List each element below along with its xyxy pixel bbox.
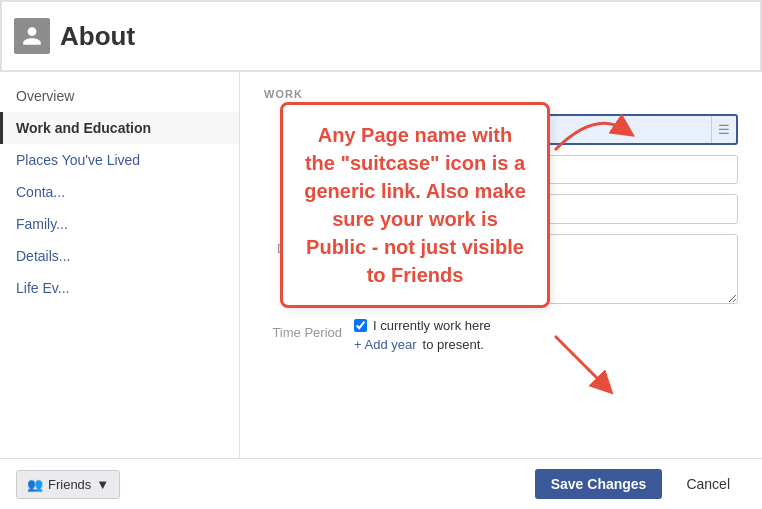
section-label: WORK <box>264 88 738 100</box>
footer: 👥 Friends ▼ Save Changes Cancel <box>0 458 762 509</box>
sidebar-item-life-events[interactable]: Life Ev... <box>0 272 239 304</box>
person-icon <box>14 18 50 54</box>
add-year-link[interactable]: + Add year <box>354 337 417 352</box>
arrow-bottom-right-icon <box>545 326 625 400</box>
currently-work-checkbox[interactable] <box>354 319 367 332</box>
currently-work-label: I currently work here <box>373 318 491 333</box>
sidebar: Overview Work and Education Places You'v… <box>0 72 240 458</box>
sidebar-item-places[interactable]: Places You've Lived <box>0 144 239 176</box>
sidebar-item-work-education[interactable]: Work and Education <box>0 112 239 144</box>
sidebar-item-overview[interactable]: Overview <box>0 80 239 112</box>
main-content: WORK Company 💼 ☰ Position <box>240 72 762 458</box>
callout-box: Any Page name with the "suitcase" icon i… <box>280 102 550 308</box>
audience-button[interactable]: 👥 Friends ▼ <box>16 470 120 499</box>
chevron-down-icon: ▼ <box>96 477 109 492</box>
page-title: About <box>60 21 135 52</box>
page-header: About <box>0 0 762 72</box>
save-button[interactable]: Save Changes <box>535 469 663 499</box>
callout-text: Any Page name with the "suitcase" icon i… <box>301 121 529 289</box>
to-present-text: to present. <box>423 337 484 352</box>
menu-icon[interactable]: ☰ <box>711 116 736 143</box>
footer-left: 👥 Friends ▼ <box>16 470 120 499</box>
time-period-row: Time Period I currently work here + Add … <box>264 318 738 352</box>
time-period-label: Time Period <box>264 318 354 340</box>
arrow-top-right-icon <box>545 100 635 164</box>
sidebar-item-contact[interactable]: Conta... <box>0 176 239 208</box>
people-icon: 👥 <box>27 477 43 492</box>
sidebar-item-family[interactable]: Family... <box>0 208 239 240</box>
audience-label: Friends <box>48 477 91 492</box>
sidebar-item-details[interactable]: Details... <box>0 240 239 272</box>
cancel-button[interactable]: Cancel <box>670 469 746 499</box>
footer-right: Save Changes Cancel <box>535 469 746 499</box>
